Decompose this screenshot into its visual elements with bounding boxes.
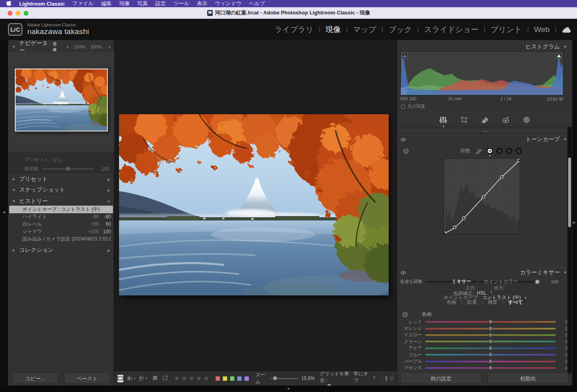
history-item[interactable]: ポイントカーブ : コントラスト (中) — [9, 206, 113, 213]
subtab-saturation[interactable]: 彩度 — [467, 299, 477, 306]
tone-curve-header[interactable]: トーンカーブ ▼ — [397, 135, 573, 144]
toolbar-content-icon[interactable] — [385, 376, 387, 381]
tab-mixer[interactable]: ミキサー — [452, 278, 471, 285]
module-map[interactable]: マップ — [353, 24, 376, 35]
color-adjust-value[interactable]: HSL — [477, 290, 486, 297]
navigator-zoom100-button[interactable]: 100% — [74, 44, 85, 49]
filmstrip-collapse-bar[interactable]: ▼ — [0, 386, 577, 392]
hue-slider[interactable] — [425, 321, 556, 323]
shadow-clipping-indicator[interactable] — [402, 53, 408, 59]
hue-knob[interactable] — [488, 359, 492, 364]
subtab-all[interactable]: すべて — [508, 299, 523, 306]
navigator-zoom200-button[interactable]: 200% — [91, 44, 102, 49]
close-window-button[interactable] — [8, 11, 12, 16]
zoom-window-button[interactable] — [24, 11, 28, 16]
after-cell[interactable]: A — [130, 375, 132, 382]
navigator-fit-button[interactable]: 全体 — [52, 41, 60, 53]
healing-tool-button[interactable] — [480, 115, 489, 124]
flag-reject-icon[interactable] — [162, 376, 168, 382]
color-label-purple[interactable] — [244, 376, 249, 381]
cloud-sync-icon[interactable] — [562, 26, 571, 33]
presets-panel-header[interactable]: ► プリセット + — [8, 174, 114, 184]
hue-slider[interactable] — [425, 354, 556, 356]
collections-panel-header[interactable]: ► コレクション + — [8, 245, 114, 255]
crop-tool-button[interactable] — [460, 115, 468, 124]
hue-knob[interactable] — [488, 352, 492, 357]
subtab-hue[interactable]: 色相 — [447, 299, 456, 306]
module-print[interactable]: プリント — [491, 24, 522, 35]
subtab-luminance[interactable]: 輝度 — [488, 299, 497, 306]
masking-tool-button[interactable] — [522, 115, 531, 124]
previous-settings-button[interactable]: 前の設定 — [400, 374, 482, 384]
apple-icon[interactable] — [6, 1, 12, 7]
menu-window[interactable]: ウィンドウ — [215, 0, 242, 7]
add-collection-button[interactable]: + — [107, 247, 110, 254]
history-item[interactable]: 読み込み / カメラ設定 (2024/06/23 2:01:00) — [8, 235, 114, 243]
hue-slider[interactable] — [425, 367, 556, 369]
snapshots-panel-header[interactable]: ▼ スナップショット + — [8, 185, 114, 194]
menu-tools[interactable]: ツール — [174, 0, 190, 7]
toolbar-options-icon[interactable]: ▽ — [390, 376, 393, 381]
chevron-down-icon[interactable]: ▾ — [145, 377, 147, 380]
color-label-blue[interactable] — [237, 376, 242, 381]
panel-toggle-eye-icon[interactable] — [400, 137, 406, 142]
history-item[interactable]: ハイライト -90 -90 — [8, 213, 114, 221]
hue-slider[interactable] — [425, 328, 556, 329]
expand-filmstrip-icon[interactable]: ▼ — [287, 387, 291, 391]
chevron-down-icon[interactable]: ▾ — [134, 377, 135, 380]
left-panel-edge[interactable]: ◀ — [0, 40, 8, 386]
before-cell[interactable]: R — [127, 375, 130, 382]
star-rating[interactable]: ★★★★★ — [174, 375, 211, 382]
hue-knob[interactable] — [488, 366, 492, 370]
preset-amount-slider[interactable] — [42, 168, 93, 170]
hue-knob[interactable] — [488, 319, 492, 324]
menubar-app-name[interactable]: Lightroom Classic — [19, 1, 65, 7]
menu-develop[interactable]: 現像 — [119, 0, 130, 7]
history-item[interactable]: 白レベル +60 60 — [8, 220, 114, 228]
navigator-thumbnail[interactable] — [15, 69, 108, 131]
module-web[interactable]: Web — [534, 25, 550, 34]
panel-toggle-eye-icon[interactable] — [400, 271, 406, 275]
blue-channel-icon[interactable] — [516, 148, 522, 154]
tab-point-color[interactable]: ポイントカラー — [484, 278, 518, 285]
green-channel-icon[interactable] — [506, 148, 512, 154]
hue-slider[interactable] — [425, 361, 556, 362]
edit-tool-button[interactable] — [439, 115, 448, 124]
color-mixer-header[interactable]: カラーミキサー ▼ — [397, 268, 573, 277]
menu-file[interactable]: ファイル — [72, 0, 93, 7]
histogram-graph[interactable] — [400, 51, 563, 95]
preset-amount-knob[interactable] — [66, 166, 71, 171]
hue-slider[interactable] — [425, 341, 556, 342]
color-label-red[interactable] — [215, 376, 220, 381]
before-after-tb-button[interactable]: Y Y — [139, 374, 144, 382]
menu-settings[interactable]: 設定 — [155, 0, 166, 7]
photo-preview[interactable] — [119, 114, 389, 295]
color-label-green[interactable] — [230, 376, 235, 381]
zoom-slider[interactable] — [270, 378, 298, 379]
history-item[interactable]: シャドウ +100 100 — [8, 228, 114, 236]
grid-value[interactable]: 常にオフ — [354, 370, 371, 384]
hue-knob[interactable] — [488, 339, 492, 344]
zoom-slider-knob[interactable] — [273, 376, 277, 380]
target-adjustment-icon[interactable] — [403, 148, 409, 154]
history-panel-header[interactable]: ▼ ヒストリー × — [8, 196, 114, 206]
add-snapshot-button[interactable]: + — [107, 187, 110, 194]
redeye-tool-button[interactable] — [501, 115, 510, 124]
copy-button[interactable]: コピー... — [12, 374, 59, 384]
after-cell[interactable]: Y — [142, 375, 144, 382]
menu-view[interactable]: 表示 — [197, 0, 207, 7]
hue-knob[interactable] — [488, 326, 492, 331]
clear-history-icon[interactable]: × — [107, 198, 110, 204]
original-photo-row[interactable]: 元の写真 — [401, 103, 425, 109]
target-adjustment-icon[interactable] — [402, 311, 408, 318]
module-book[interactable]: ブック — [389, 24, 412, 35]
original-photo-checkbox[interactable] — [401, 105, 405, 109]
collapse-right-panel-icon[interactable]: ▶ — [573, 220, 576, 224]
paste-button[interactable]: ペースト — [64, 374, 111, 384]
loupe-view-button[interactable] — [117, 375, 123, 382]
module-library[interactable]: ライブラリ — [274, 24, 313, 35]
hue-knob[interactable] — [488, 346, 492, 350]
highlight-clipping-indicator[interactable] — [556, 53, 562, 59]
module-develop[interactable]: 現像 — [326, 24, 341, 35]
before-after-lr-button[interactable]: R A — [127, 374, 132, 382]
